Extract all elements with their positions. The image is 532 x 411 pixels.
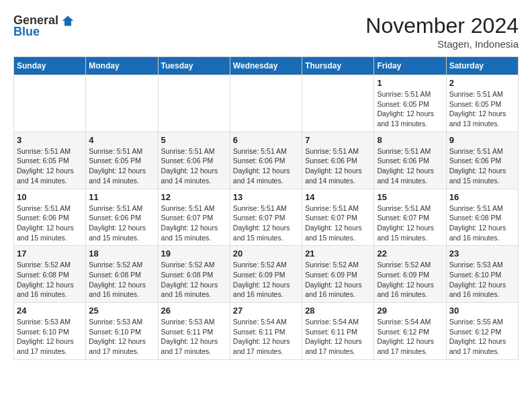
calendar-day-7: 7Sunrise: 5:51 AM Sunset: 6:06 PM Daylig… — [302, 132, 374, 189]
day-info: Sunrise: 5:52 AM Sunset: 6:08 PM Dayligh… — [17, 260, 83, 300]
weekday-header-sunday: Sunday — [14, 57, 86, 75]
calendar-week-2: 3Sunrise: 5:51 AM Sunset: 6:05 PM Daylig… — [14, 132, 519, 189]
calendar-day-24: 24Sunrise: 5:53 AM Sunset: 6:10 PM Dayli… — [14, 303, 86, 360]
day-number: 3 — [17, 135, 83, 145]
month-title: November 2024 — [365, 13, 519, 38]
day-number: 21 — [305, 248, 371, 259]
day-number: 6 — [233, 135, 299, 145]
day-number: 25 — [89, 306, 154, 316]
calendar-day-8: 8Sunrise: 5:51 AM Sunset: 6:06 PM Daylig… — [374, 132, 446, 189]
day-number: 8 — [377, 135, 443, 145]
title-block: November 2024 Stagen, Indonesia — [365, 13, 519, 50]
empty-day — [302, 75, 374, 132]
calendar-day-5: 5Sunrise: 5:51 AM Sunset: 6:06 PM Daylig… — [158, 132, 230, 189]
logo-icon — [61, 14, 75, 28]
day-info: Sunrise: 5:51 AM Sunset: 6:06 PM Dayligh… — [305, 146, 371, 186]
day-number: 13 — [233, 192, 299, 202]
calendar-week-3: 10Sunrise: 5:51 AM Sunset: 6:06 PM Dayli… — [14, 189, 519, 246]
weekday-header-row: SundayMondayTuesdayWednesdayThursdayFrid… — [14, 57, 519, 75]
day-number: 29 — [377, 306, 443, 316]
day-info: Sunrise: 5:52 AM Sunset: 6:09 PM Dayligh… — [305, 260, 371, 300]
empty-day — [158, 75, 230, 132]
day-number: 20 — [233, 248, 299, 259]
calendar-day-22: 22Sunrise: 5:52 AM Sunset: 6:09 PM Dayli… — [374, 246, 446, 303]
calendar-day-12: 12Sunrise: 5:51 AM Sunset: 6:07 PM Dayli… — [158, 189, 230, 246]
calendar-day-9: 9Sunrise: 5:51 AM Sunset: 6:06 PM Daylig… — [446, 132, 518, 189]
calendar-day-25: 25Sunrise: 5:53 AM Sunset: 6:10 PM Dayli… — [86, 303, 158, 360]
empty-day — [86, 75, 158, 132]
calendar-day-16: 16Sunrise: 5:51 AM Sunset: 6:08 PM Dayli… — [446, 189, 518, 246]
weekday-header-saturday: Saturday — [446, 57, 518, 75]
weekday-header-wednesday: Wednesday — [230, 57, 302, 75]
calendar-day-26: 26Sunrise: 5:53 AM Sunset: 6:11 PM Dayli… — [158, 303, 230, 360]
day-info: Sunrise: 5:51 AM Sunset: 6:07 PM Dayligh… — [305, 203, 371, 243]
calendar-day-21: 21Sunrise: 5:52 AM Sunset: 6:09 PM Dayli… — [302, 246, 374, 303]
weekday-header-friday: Friday — [374, 57, 446, 75]
calendar-day-19: 19Sunrise: 5:52 AM Sunset: 6:08 PM Dayli… — [158, 246, 230, 303]
day-info: Sunrise: 5:51 AM Sunset: 6:06 PM Dayligh… — [17, 203, 83, 243]
day-number: 4 — [89, 135, 154, 145]
day-number: 12 — [161, 192, 227, 202]
day-number: 11 — [89, 192, 154, 202]
day-info: Sunrise: 5:52 AM Sunset: 6:08 PM Dayligh… — [161, 260, 227, 300]
day-info: Sunrise: 5:54 AM Sunset: 6:11 PM Dayligh… — [305, 317, 371, 357]
day-number: 14 — [305, 192, 371, 202]
day-info: Sunrise: 5:53 AM Sunset: 6:10 PM Dayligh… — [89, 317, 154, 357]
calendar-day-23: 23Sunrise: 5:53 AM Sunset: 6:10 PM Dayli… — [446, 246, 518, 303]
day-number: 10 — [17, 192, 83, 202]
day-number: 19 — [161, 248, 227, 259]
logo-blue-text: Blue — [13, 25, 40, 39]
day-info: Sunrise: 5:51 AM Sunset: 6:06 PM Dayligh… — [377, 146, 443, 186]
calendar-day-10: 10Sunrise: 5:51 AM Sunset: 6:06 PM Dayli… — [14, 189, 86, 246]
weekday-header-monday: Monday — [86, 57, 158, 75]
day-info: Sunrise: 5:51 AM Sunset: 6:06 PM Dayligh… — [89, 203, 154, 243]
day-number: 1 — [377, 78, 443, 88]
day-info: Sunrise: 5:51 AM Sunset: 6:05 PM Dayligh… — [17, 146, 83, 186]
day-number: 23 — [449, 248, 515, 259]
day-number: 26 — [161, 306, 227, 316]
day-number: 22 — [377, 248, 443, 259]
day-info: Sunrise: 5:51 AM Sunset: 6:05 PM Dayligh… — [89, 146, 154, 186]
calendar-day-2: 2Sunrise: 5:51 AM Sunset: 6:05 PM Daylig… — [446, 75, 518, 132]
empty-day — [230, 75, 302, 132]
day-info: Sunrise: 5:54 AM Sunset: 6:11 PM Dayligh… — [233, 317, 299, 357]
day-info: Sunrise: 5:51 AM Sunset: 6:06 PM Dayligh… — [449, 146, 515, 186]
calendar-day-15: 15Sunrise: 5:51 AM Sunset: 6:07 PM Dayli… — [374, 189, 446, 246]
day-info: Sunrise: 5:51 AM Sunset: 6:06 PM Dayligh… — [161, 146, 227, 186]
calendar-day-30: 30Sunrise: 5:55 AM Sunset: 6:12 PM Dayli… — [446, 303, 518, 360]
day-number: 17 — [17, 248, 83, 259]
day-number: 24 — [17, 306, 83, 316]
day-number: 27 — [233, 306, 299, 316]
day-number: 2 — [449, 78, 515, 88]
day-number: 18 — [89, 248, 154, 259]
calendar-day-27: 27Sunrise: 5:54 AM Sunset: 6:11 PM Dayli… — [230, 303, 302, 360]
weekday-header-thursday: Thursday — [302, 57, 374, 75]
location: Stagen, Indonesia — [365, 38, 519, 50]
calendar-day-29: 29Sunrise: 5:54 AM Sunset: 6:12 PM Dayli… — [374, 303, 446, 360]
calendar-day-6: 6Sunrise: 5:51 AM Sunset: 6:06 PM Daylig… — [230, 132, 302, 189]
day-info: Sunrise: 5:52 AM Sunset: 6:09 PM Dayligh… — [377, 260, 443, 300]
calendar-day-11: 11Sunrise: 5:51 AM Sunset: 6:06 PM Dayli… — [86, 189, 158, 246]
day-number: 5 — [161, 135, 227, 145]
day-number: 15 — [377, 192, 443, 202]
calendar-day-28: 28Sunrise: 5:54 AM Sunset: 6:11 PM Dayli… — [302, 303, 374, 360]
calendar-day-17: 17Sunrise: 5:52 AM Sunset: 6:08 PM Dayli… — [14, 246, 86, 303]
day-info: Sunrise: 5:51 AM Sunset: 6:07 PM Dayligh… — [377, 203, 443, 243]
calendar-day-13: 13Sunrise: 5:51 AM Sunset: 6:07 PM Dayli… — [230, 189, 302, 246]
calendar-day-20: 20Sunrise: 5:52 AM Sunset: 6:09 PM Dayli… — [230, 246, 302, 303]
day-number: 7 — [305, 135, 371, 145]
calendar-week-4: 17Sunrise: 5:52 AM Sunset: 6:08 PM Dayli… — [14, 246, 519, 303]
day-info: Sunrise: 5:53 AM Sunset: 6:10 PM Dayligh… — [449, 260, 515, 300]
svg-marker-0 — [62, 15, 74, 26]
day-info: Sunrise: 5:51 AM Sunset: 6:06 PM Dayligh… — [233, 146, 299, 186]
calendar-day-14: 14Sunrise: 5:51 AM Sunset: 6:07 PM Dayli… — [302, 189, 374, 246]
page-header: General Blue November 2024 Stagen, Indon… — [13, 13, 519, 50]
calendar-day-1: 1Sunrise: 5:51 AM Sunset: 6:05 PM Daylig… — [374, 75, 446, 132]
day-info: Sunrise: 5:51 AM Sunset: 6:05 PM Dayligh… — [449, 89, 515, 129]
day-info: Sunrise: 5:51 AM Sunset: 6:05 PM Dayligh… — [377, 89, 443, 129]
day-number: 9 — [449, 135, 515, 145]
day-info: Sunrise: 5:52 AM Sunset: 6:09 PM Dayligh… — [233, 260, 299, 300]
day-info: Sunrise: 5:55 AM Sunset: 6:12 PM Dayligh… — [449, 317, 515, 357]
calendar-week-5: 24Sunrise: 5:53 AM Sunset: 6:10 PM Dayli… — [14, 303, 519, 360]
day-info: Sunrise: 5:51 AM Sunset: 6:07 PM Dayligh… — [233, 203, 299, 243]
